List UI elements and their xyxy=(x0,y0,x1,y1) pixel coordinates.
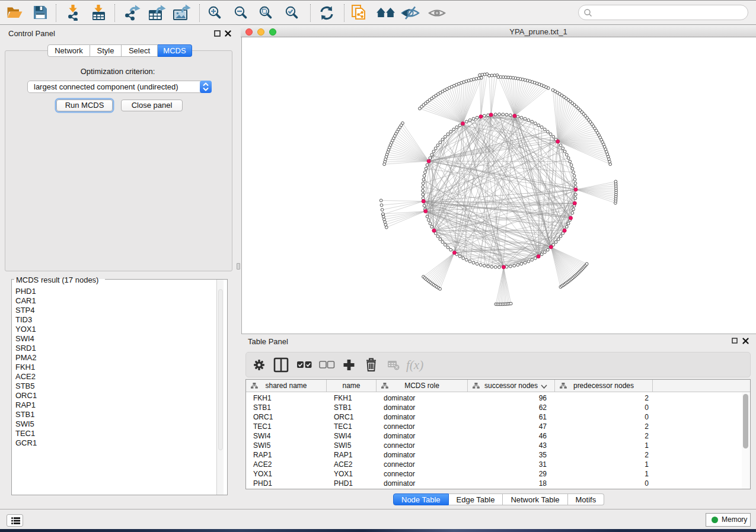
svg-text:f(x): f(x) xyxy=(406,358,423,372)
